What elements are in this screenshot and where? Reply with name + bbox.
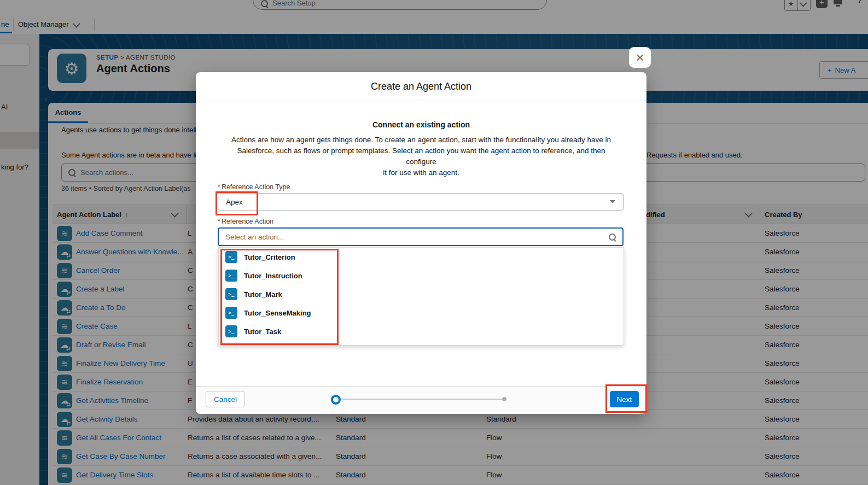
screen: AI king for? Search Setup ★ + ? ne Objec… [0,0,868,485]
reference-action-option[interactable]: >_ Tutor_Instruction [219,266,624,285]
reference-action-type-value: Apex [226,198,243,206]
progress-step-2 [502,397,506,401]
create-agent-action-modal: Create an Agent Action Connect an existi… [196,72,646,413]
search-icon [609,233,616,241]
reference-action-option[interactable]: >_ Tutor_SenseMaking [219,303,624,322]
reference-action-option[interactable]: >_ Tutor_Task [219,322,624,341]
reference-action-type-label: *Reference Action Type [218,183,290,191]
apex-class-icon: >_ [225,288,237,300]
modal-close-button[interactable]: × [629,47,651,68]
reference-action-label: *Reference Action [218,218,273,225]
close-icon: × [636,50,644,65]
progress-step-1-current [331,395,341,405]
apex-class-icon: >_ [225,251,237,263]
reference-action-option[interactable]: >_ Tutor_Criterion [219,248,624,266]
apex-class-icon: >_ [225,307,237,319]
apex-class-icon: >_ [225,270,237,282]
modal-description: Actions are how an agent gets things don… [230,135,613,178]
reference-action-search-input[interactable]: Select an action... [218,227,624,246]
reference-action-option[interactable]: >_ Tutor_Mark [219,285,624,303]
reference-action-listbox: >_ Tutor_Criterion >_ Tutor_Instruction … [218,247,624,346]
apex-class-icon: >_ [225,325,237,337]
cancel-button[interactable]: Cancel [206,391,245,407]
progress-track [340,399,504,400]
dropdown-arrow-icon [610,200,615,203]
next-button[interactable]: Next [610,391,639,407]
reference-action-placeholder: Select an action... [225,233,284,241]
reference-action-type-select[interactable]: Apex [218,193,624,211]
modal-title: Create an Agent Action [196,72,646,101]
modal-subheading: Connect an existing action [196,120,646,129]
modal-footer: Cancel Next [196,386,646,414]
